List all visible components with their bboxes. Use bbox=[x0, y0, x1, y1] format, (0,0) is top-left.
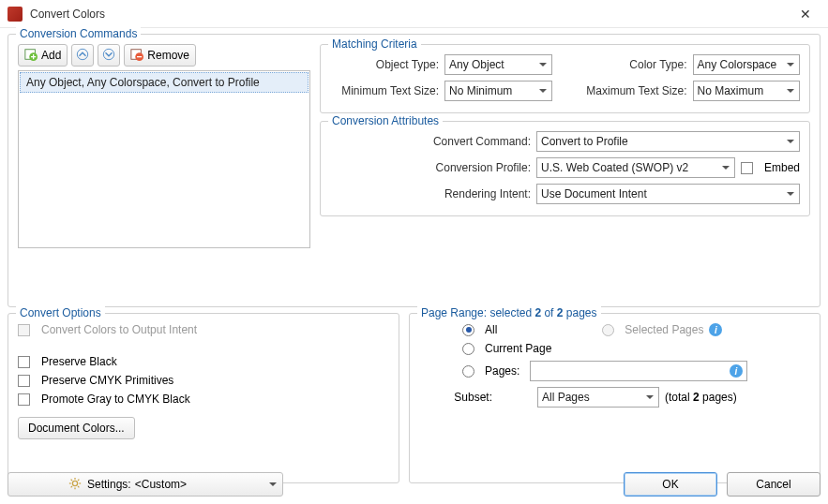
window-title: Convert Colors bbox=[30, 7, 790, 21]
min-text-select[interactable]: No Minimum bbox=[444, 81, 552, 101]
output-intent-label: Convert Colors to Output Intent bbox=[41, 323, 197, 336]
svg-line-13 bbox=[71, 486, 72, 487]
svg-line-14 bbox=[78, 479, 79, 480]
conversion-commands-legend: Conversion Commands bbox=[16, 27, 141, 40]
convert-cmd-label: Convert Command: bbox=[330, 135, 531, 148]
range-selected-label: Selected Pages bbox=[625, 323, 703, 336]
max-text-label: Maximum Text Size: bbox=[579, 84, 687, 97]
conversion-attributes-group: Conversion Attributes Convert Command: C… bbox=[320, 121, 810, 216]
total-suffix: pages) bbox=[700, 391, 737, 404]
profile-select[interactable]: U.S. Web Coated (SWOP) v2 bbox=[536, 157, 735, 178]
matching-criteria-group: Matching Criteria Object Type: Any Objec… bbox=[320, 44, 810, 113]
promote-gray-label: Promote Gray to CMYK Black bbox=[41, 393, 190, 406]
convert-options-group: Convert Options Convert Colors to Output… bbox=[8, 313, 399, 483]
range-current-radio[interactable] bbox=[462, 343, 474, 355]
chevron-down-icon bbox=[102, 48, 115, 64]
svg-point-3 bbox=[104, 49, 114, 59]
svg-line-12 bbox=[78, 486, 79, 487]
color-type-select[interactable]: Any Colorspace bbox=[693, 54, 801, 75]
min-text-label: Minimum Text Size: bbox=[330, 84, 439, 97]
close-button[interactable]: ✕ bbox=[790, 7, 820, 22]
ok-button[interactable]: OK bbox=[624, 472, 717, 497]
attributes-legend: Conversion Attributes bbox=[328, 114, 443, 127]
subset-value: All Pages bbox=[542, 391, 590, 404]
embed-label: Embed bbox=[764, 161, 800, 174]
range-pages-radio[interactable] bbox=[462, 365, 474, 378]
profile-label: Conversion Profile: bbox=[330, 161, 531, 174]
promote-gray-checkbox[interactable] bbox=[18, 393, 30, 406]
svg-point-2 bbox=[78, 49, 88, 59]
object-type-select[interactable]: Any Object bbox=[444, 54, 552, 75]
object-type-label: Object Type: bbox=[330, 58, 439, 71]
gear-icon bbox=[68, 477, 82, 493]
settings-label: Settings: bbox=[87, 478, 131, 491]
document-colors-button[interactable]: Document Colors... bbox=[18, 417, 135, 439]
move-up-button[interactable] bbox=[71, 44, 94, 67]
add-icon bbox=[24, 48, 38, 64]
remove-label: Remove bbox=[147, 49, 189, 62]
options-legend: Convert Options bbox=[16, 306, 105, 319]
settings-dropdown[interactable]: Settings: <Custom> bbox=[8, 472, 283, 497]
profile-value: U.S. Web Coated (SWOP) v2 bbox=[541, 161, 688, 174]
add-button[interactable]: Add bbox=[18, 44, 68, 67]
min-text-value: No Minimum bbox=[449, 84, 512, 97]
preserve-black-label: Preserve Black bbox=[41, 355, 117, 368]
chevron-up-icon bbox=[76, 48, 89, 64]
commands-listbox[interactable]: Any Object, Any Colorspace, Convert to P… bbox=[18, 70, 310, 248]
range-all-radio[interactable] bbox=[462, 324, 474, 336]
convert-cmd-value: Convert to Profile bbox=[541, 135, 628, 148]
color-type-value: Any Colorspace bbox=[698, 58, 777, 71]
intent-value: Use Document Intent bbox=[541, 187, 647, 200]
max-text-value: No Maximum bbox=[698, 84, 764, 97]
range-all-label: All bbox=[485, 323, 497, 336]
list-item[interactable]: Any Object, Any Colorspace, Convert to P… bbox=[20, 72, 309, 93]
settings-value: <Custom> bbox=[135, 478, 187, 491]
pages-input[interactable]: i bbox=[530, 361, 747, 381]
pr-of: of bbox=[541, 306, 557, 319]
footer: Settings: <Custom> OK Cancel bbox=[8, 472, 820, 497]
color-type-label: Color Type: bbox=[579, 58, 687, 71]
pr-legend-suffix: pages bbox=[563, 306, 596, 319]
total-pages-text: (total 2 pages) bbox=[665, 391, 737, 404]
convert-cmd-select[interactable]: Convert to Profile bbox=[536, 131, 800, 152]
info-icon[interactable]: i bbox=[730, 364, 743, 378]
object-type-value: Any Object bbox=[449, 58, 504, 71]
range-current-label: Current Page bbox=[485, 342, 551, 355]
cancel-button[interactable]: Cancel bbox=[727, 472, 820, 497]
total-prefix: (total bbox=[665, 391, 693, 404]
add-label: Add bbox=[41, 49, 61, 62]
svg-point-6 bbox=[72, 481, 77, 485]
intent-label: Rendering Intent: bbox=[330, 187, 531, 200]
subset-label: Subset: bbox=[419, 391, 492, 404]
output-intent-checkbox bbox=[18, 324, 30, 336]
conversion-commands-group: Conversion Commands Add Re bbox=[8, 34, 820, 307]
preserve-cmyk-checkbox[interactable] bbox=[18, 375, 30, 387]
preserve-black-checkbox[interactable] bbox=[18, 356, 30, 368]
remove-button[interactable]: Remove bbox=[124, 44, 196, 67]
range-pages-label: Pages: bbox=[485, 364, 524, 378]
remove-icon bbox=[130, 48, 143, 64]
page-range-group: Page Range: selected 2 of 2 pages All Se… bbox=[409, 313, 820, 483]
svg-line-11 bbox=[71, 479, 72, 480]
range-selected-radio bbox=[602, 324, 614, 336]
commands-toolbar: Add Remove bbox=[18, 44, 310, 67]
total-value: 2 bbox=[693, 391, 700, 404]
pr-legend-prefix: Page Range: selected bbox=[421, 306, 534, 319]
page-range-legend: Page Range: selected 2 of 2 pages bbox=[417, 306, 601, 319]
move-down-button[interactable] bbox=[98, 44, 120, 67]
max-text-select[interactable]: No Maximum bbox=[693, 81, 801, 101]
matching-legend: Matching Criteria bbox=[328, 37, 421, 51]
intent-select[interactable]: Use Document Intent bbox=[536, 184, 800, 204]
preserve-cmyk-label: Preserve CMYK Primitives bbox=[41, 374, 173, 387]
app-icon bbox=[8, 7, 23, 22]
titlebar: Convert Colors ✕ bbox=[0, 0, 828, 28]
subset-select[interactable]: All Pages bbox=[537, 387, 659, 408]
info-icon[interactable]: i bbox=[709, 323, 722, 336]
embed-checkbox[interactable] bbox=[741, 162, 753, 174]
